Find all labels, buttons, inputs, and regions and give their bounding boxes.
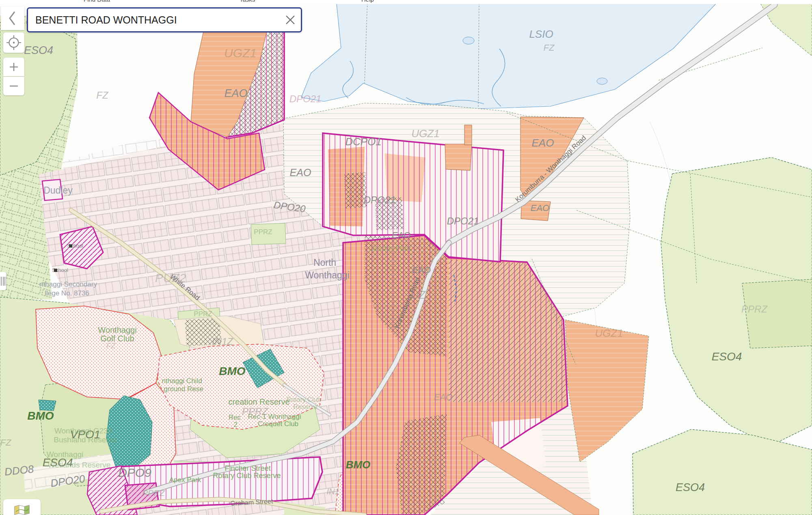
- map-label-eso4_se: ESO4: [676, 481, 705, 493]
- map-label-dpo21_b: DPO21: [447, 215, 479, 226]
- map-label-eao_e1: EAO: [532, 137, 554, 149]
- map-label-eso4_nw: ESO4: [24, 44, 53, 56]
- menu-find-data[interactable]: Find Data: [84, 0, 110, 3]
- map-label-puz2: PUZ2: [155, 271, 186, 284]
- map-label-finch1: Fincher Street: [225, 464, 270, 472]
- basemap-layers-button[interactable]: [3, 499, 41, 515]
- map-label-rotary2: Reserve: [293, 403, 317, 410]
- map-label-rec2a: Rec: [229, 414, 241, 421]
- vicplan-app: ESO4FZUGZ1EAOLSIOFZDCPO1UGZ1DPO21EAODPO2…: [0, 0, 812, 515]
- back-button[interactable]: [1, 6, 24, 30]
- map-label-eao_mid1: EAO: [392, 230, 410, 240]
- map-label-ugz1_dcpo: UGZ1: [411, 127, 439, 140]
- map-layers-icon: [14, 504, 30, 515]
- map-label-dudley: Dudley: [43, 185, 73, 196]
- map-label-jacobs: Jacobs Park: [370, 244, 411, 252]
- map-label-nw2: Wonthaggi: [305, 270, 350, 280]
- map-label-wet2: Wetlands Reserve: [48, 461, 111, 469]
- zone-shape: [463, 37, 474, 44]
- map-label-eao_e3: EAO: [434, 392, 453, 402]
- map-label-bush2: Bushland Reserve: [54, 435, 117, 444]
- map-label-in1z: IN1Z: [212, 336, 233, 347]
- map-label-bmo_c: BMO: [219, 365, 246, 377]
- chevron-left-icon: [6, 6, 19, 30]
- map-label-nw1: North: [313, 257, 336, 268]
- map-label-in1_s: IN1: [326, 487, 339, 496]
- map-canvas[interactable]: ESO4FZUGZ1EAOLSIOFZDCPO1UGZ1DPO21EAODPO2…: [0, 0, 812, 515]
- map-label-child2: ground Rese: [164, 385, 203, 393]
- map-label-bush1: Wonthaggi G238: [54, 427, 112, 435]
- map-label-eao_nw: EAO: [224, 87, 247, 99]
- map-label-bmo_e: BMO: [346, 459, 371, 471]
- zone-shape: [597, 78, 607, 84]
- map-label-finch2: Rotary Club Reserve: [213, 472, 281, 480]
- map-label-rec2b: 2: [233, 421, 237, 429]
- zoom-in-button[interactable]: [3, 58, 24, 76]
- map-label-wet1: Wonthaggi: [47, 450, 84, 459]
- map-label-croquet: Croquet Club: [258, 420, 298, 428]
- map-label-pprz_s: PPRZ: [142, 488, 165, 498]
- map-label-sec2: llege No. 8736: [45, 289, 89, 297]
- map-label-fz_sw: FZ: [0, 437, 12, 448]
- locate-me-button[interactable]: [3, 32, 24, 53]
- clear-search-button[interactable]: [280, 9, 301, 31]
- crosshair-icon: [3, 32, 24, 53]
- map-label-dpo9: DPO9: [118, 466, 151, 479]
- map-label-eao_band: EAO: [290, 167, 311, 178]
- map-label-rec_res: creation Reserve: [228, 397, 289, 406]
- map-label-dpo21_wm: DPO21: [289, 93, 322, 104]
- map-label-ugz1_nw: UGZ1: [224, 46, 257, 60]
- map-label-golf_fz: FZ: [106, 342, 116, 350]
- search-input[interactable]: [28, 14, 280, 26]
- close-icon: [285, 15, 296, 25]
- side-panel-handle[interactable]: [0, 272, 6, 290]
- map-label-rotary1: Rotary Club: [287, 396, 321, 403]
- map-label-lsio: LSIO: [529, 28, 553, 40]
- map-label-fz_lsio: FZ: [544, 43, 555, 53]
- menu-help[interactable]: Help: [361, 0, 374, 3]
- map-label-fz_nw: FZ: [96, 90, 109, 101]
- school-symbol: [69, 244, 72, 248]
- zone-shape: [39, 400, 56, 411]
- map-label-pprz_n: PPRZ: [254, 228, 272, 236]
- map-label-ugz1_e: UGZ1: [595, 327, 623, 339]
- grip-icon: [1, 277, 2, 286]
- map-label-dcpo1: DCPO1: [345, 136, 382, 148]
- map-label-pprz_e: PPRZ: [741, 304, 768, 315]
- map-label-eao_e2: EAO: [531, 203, 549, 213]
- map-label-apex: Apex Park: [169, 476, 201, 484]
- map-label-dpo21_a: DPO21: [364, 194, 396, 205]
- plus-icon: [3, 58, 24, 76]
- map-label-eso4_e: ESO4: [712, 350, 742, 363]
- map-label-eao_mid2: EAO: [412, 265, 431, 275]
- map-label-golf2: Golf Club: [100, 334, 134, 343]
- top-menubar: Find Data Tasks Help: [0, 0, 812, 4]
- map-label-bmo_w: BMO: [27, 409, 54, 422]
- menu-tasks[interactable]: Tasks: [240, 0, 255, 3]
- map-label-child1: nthaggi Child: [162, 377, 202, 385]
- map-label-pprz_top: PPRZ: [194, 310, 212, 318]
- map-label-sec1: nthaggi Secondary: [39, 280, 97, 288]
- zone-shape: [445, 144, 472, 170]
- map-label-rec1: Rec-1 Wonthaggi: [248, 413, 301, 420]
- school-symbol: [54, 269, 57, 272]
- zone-shape: [464, 125, 472, 145]
- minus-icon: [3, 77, 24, 95]
- search-box: [27, 7, 302, 32]
- zoom-out-button[interactable]: [3, 77, 24, 95]
- map-label-golf1: Wonthaggi: [98, 325, 136, 334]
